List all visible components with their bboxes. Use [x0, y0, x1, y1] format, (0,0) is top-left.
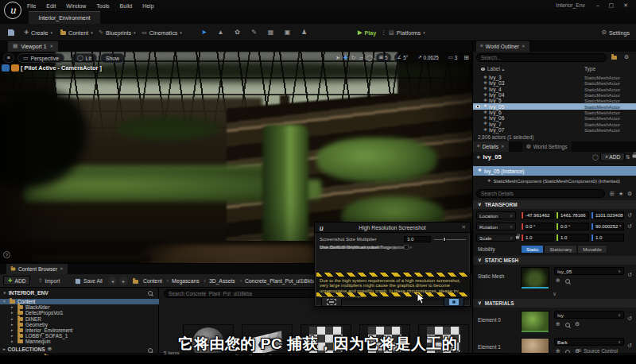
folder-tree-row[interactable]: BlackAlder: [0, 304, 159, 310]
favorites-star-icon[interactable]: ★: [619, 191, 623, 196]
move-tool-icon[interactable]: ✥: [343, 55, 348, 60]
element0-dropdown[interactable]: Ivy∨: [554, 311, 624, 319]
location-x-field[interactable]: -47.961462: [521, 211, 554, 219]
visibility-eye-icon[interactable]: [473, 122, 482, 126]
create-folder-icon[interactable]: [611, 55, 617, 60]
slider-handle[interactable]: [443, 237, 446, 242]
close-icon[interactable]: ✕: [522, 45, 525, 49]
outliner-row[interactable]: ❖ Ivy_6 StaticMeshActor: [473, 110, 636, 115]
sources-header[interactable]: ∨INTERIOR_ENV: [3, 290, 48, 296]
eject-pilot-icon[interactable]: [2, 64, 10, 72]
landscape-mode-icon[interactable]: ▲: [215, 29, 226, 36]
select-mode-icon[interactable]: ➤: [199, 29, 209, 36]
visibility-eye-icon[interactable]: [473, 117, 482, 120]
back-button[interactable]: ◂: [108, 277, 117, 285]
camera-pilot-icon[interactable]: [11, 64, 19, 72]
visibility-eye-icon[interactable]: [473, 128, 482, 131]
world-coordinate-icon[interactable]: ◯: [366, 55, 373, 60]
outliner-row[interactable]: ❖ Ivy_5 StaticMeshActor: [473, 98, 636, 103]
lock-icon[interactable]: [632, 153, 636, 159]
modeling-mode-icon[interactable]: ▣: [282, 29, 293, 36]
mobility-option[interactable]: Movable: [577, 245, 607, 254]
forward-button[interactable]: ▸: [119, 277, 128, 285]
outliner-search-input[interactable]: [476, 53, 607, 62]
element0-thumbnail[interactable]: [521, 311, 549, 331]
cinematics-button[interactable]: ▭Cinematics▾: [142, 24, 182, 41]
close-icon[interactable]: ✕: [501, 145, 505, 149]
visibility-eye-icon[interactable]: [473, 87, 482, 91]
visibility-column-header[interactable]: [476, 66, 485, 72]
material-options-icon[interactable]: ⚙: [575, 322, 580, 327]
add-component-button[interactable]: + ADD: [600, 153, 625, 161]
show-button[interactable]: Show: [100, 53, 125, 63]
reset-location-icon[interactable]: ↺: [627, 212, 632, 218]
select-tool-icon[interactable]: ➤: [335, 55, 340, 60]
rotation-z-field[interactable]: 90.000252 °: [591, 223, 624, 230]
capture-region-button[interactable]: [321, 297, 342, 307]
lit-mode-button[interactable]: ◯Lit: [72, 53, 97, 63]
actor-circle-icon[interactable]: ◯: [592, 154, 599, 160]
scale-x-field[interactable]: 1.0: [521, 234, 554, 242]
outliner-row[interactable]: ❖ Ivy_7 StaticMeshActor: [473, 121, 636, 126]
brush-editing-mode-icon[interactable]: ✎: [249, 29, 259, 36]
reset-element0-icon[interactable]: ↺: [627, 316, 632, 321]
add-asset-button[interactable]: ✚ADD: [3, 276, 30, 285]
close-button[interactable]: ✕: [623, 2, 628, 9]
visibility-eye-icon[interactable]: [473, 94, 482, 97]
expand-arrow-icon[interactable]: [11, 305, 15, 309]
location-y-field[interactable]: 1461.78166: [556, 211, 589, 219]
maximize-viewport-icon[interactable]: ⊞: [463, 55, 469, 61]
save-all-button[interactable]: Save All: [75, 274, 103, 288]
scale-lock-icon[interactable]: [515, 234, 520, 240]
grid-snap-control[interactable]: ⊞5: [376, 53, 391, 62]
world-settings-tab[interactable]: ◍World Settings: [522, 141, 572, 152]
location-property[interactable]: Location∨: [476, 211, 516, 219]
outliner-row[interactable]: ❖ Ivy_05 StaticMeshActor: [473, 103, 636, 109]
static-mesh-thumbnail[interactable]: [521, 267, 549, 288]
perspective-button[interactable]: ▭Perspective: [17, 53, 64, 63]
foliage-mode-icon[interactable]: ✿: [232, 29, 242, 36]
rotation-x-field[interactable]: 0.0 °: [521, 223, 554, 230]
dialog-close-icon[interactable]: ✕: [462, 225, 466, 230]
breadcrumb-item[interactable]: 3D_Assets: [209, 278, 242, 284]
outliner-row[interactable]: ❖ Ivy_4 StaticMeshActor: [473, 87, 636, 92]
viewport-tab[interactable]: ▦Viewport 1✕: [8, 41, 58, 52]
browse-to-asset-icon[interactable]: ⊕: [556, 322, 560, 327]
instance-row[interactable]: ❖ Ivy_05 (Instance): [473, 166, 636, 176]
folder-tree-row[interactable]: Geometry: [0, 322, 159, 327]
animation-mode-icon[interactable]: ♟: [299, 29, 309, 36]
expand-arrow-icon[interactable]: [11, 311, 15, 315]
location-z-field[interactable]: 1101.023408: [591, 211, 624, 219]
level-tab[interactable]: Interior_Environment: [29, 11, 100, 24]
sources-search-icon[interactable]: [148, 291, 153, 296]
expand-arrow-icon[interactable]: [11, 317, 15, 321]
rotation-property[interactable]: Rotation∨: [476, 223, 516, 230]
folder-tree-row[interactable]: Content: [0, 299, 159, 304]
transform-section-header[interactable]: ∨TRANSFORM: [473, 200, 636, 209]
visibility-eye-icon[interactable]: [473, 99, 482, 103]
static-mesh-dropdown[interactable]: Ivy_05∨: [554, 267, 624, 275]
details-settings-icon[interactable]: ⚙: [627, 191, 632, 196]
outliner-row[interactable]: ❖ Ivy_06 StaticMeshActor: [473, 115, 636, 121]
play-button[interactable]: ▶Play: [358, 24, 376, 41]
platforms-button[interactable]: ▤Platforms▾: [389, 24, 425, 41]
browse-to-asset-icon[interactable]: ⊕: [556, 278, 560, 284]
close-icon[interactable]: ✕: [60, 267, 64, 272]
maximize-button[interactable]: ▢: [608, 2, 614, 9]
reset-rotation-icon[interactable]: ↺: [627, 223, 632, 229]
minimize-button[interactable]: –: [596, 2, 599, 8]
mobility-option[interactable]: Stationary: [544, 245, 577, 254]
scale-z-field[interactable]: 1.0: [591, 234, 624, 242]
import-button[interactable]: ⇪Import: [38, 274, 60, 288]
expand-sections-icon[interactable]: ⇅: [626, 154, 630, 160]
expand-arrow-icon[interactable]: [3, 300, 7, 304]
visibility-eye-icon[interactable]: [473, 82, 482, 85]
outliner-row[interactable]: ❖ Ivy_07 StaticMeshActor: [473, 127, 636, 133]
details-search-input[interactable]: [476, 189, 605, 198]
viewport-options-button[interactable]: ≡: [3, 53, 14, 63]
component-row[interactable]: ❖ StaticMeshComponent (StaticMeshCompone…: [473, 176, 636, 185]
reset-static-mesh-icon[interactable]: ↺: [627, 272, 632, 277]
rotation-y-field[interactable]: 0.0 °: [556, 223, 589, 230]
static-mesh-section-header[interactable]: ∨STATIC MESH: [473, 256, 636, 265]
menu-item[interactable]: Edit: [46, 3, 56, 9]
